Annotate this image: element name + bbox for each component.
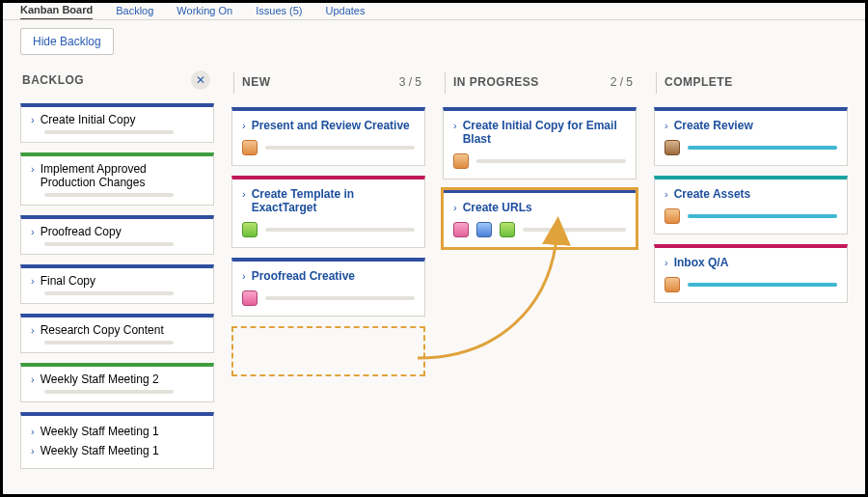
close-icon: ✕: [196, 73, 205, 87]
chevron-right-icon: ›: [453, 119, 457, 132]
kanban-card[interactable]: ›Present and Review Creative: [231, 107, 425, 166]
avatar: [242, 290, 258, 306]
chevron-right-icon: ›: [242, 269, 246, 283]
column-complete: COMPLETE ›Create Review ›Create Assets ›…: [654, 69, 848, 469]
kanban-card[interactable]: ›Create Review: [654, 107, 848, 166]
chevron-right-icon: ›: [665, 119, 668, 132]
progress-bar: [523, 228, 626, 232]
card-title: Create Review: [674, 119, 753, 132]
card-title: Weekly Staff Meeting 1: [41, 444, 159, 457]
chevron-right-icon: ›: [31, 225, 35, 238]
kanban-board: BACKLOG ✕ ›Create Initial Copy ›Implemen…: [3, 69, 865, 469]
progress-bar: [688, 214, 837, 218]
avatar: [500, 222, 515, 237]
kanban-card[interactable]: ›Create Initial Copy for Email Blast: [443, 107, 637, 179]
column-title-backlog: BACKLOG: [22, 73, 84, 87]
card-title: Weekly Staff Meeting 2: [41, 373, 159, 386]
card-title: Final Copy: [41, 274, 95, 288]
card-title: Implement Approved Production Changes: [41, 162, 203, 189]
progress-bar: [265, 228, 415, 232]
card-title: Create Initial Copy: [41, 113, 136, 126]
backlog-card[interactable]: ›Proofread Copy: [20, 215, 214, 255]
chevron-right-icon: ›: [31, 444, 35, 457]
backlog-card[interactable]: ›Final Copy: [20, 264, 214, 304]
tab-backlog[interactable]: Backlog: [116, 5, 153, 19]
avatar: [476, 222, 492, 237]
avatar: [665, 140, 680, 155]
kanban-card[interactable]: ›Create Template in ExactTarget: [231, 176, 425, 248]
column-new: NEW 3 / 5 ›Present and Review Creative ›…: [231, 69, 425, 469]
progress-bar: [44, 390, 174, 394]
column-count-new: 3 / 5: [399, 75, 421, 89]
card-title: Inbox Q/A: [674, 256, 729, 269]
card-title: Proofread Creative: [252, 269, 355, 283]
progress-bar: [44, 193, 174, 197]
tab-issues[interactable]: Issues (5): [256, 5, 302, 19]
chevron-right-icon: ›: [665, 187, 668, 201]
close-backlog-button[interactable]: ✕: [191, 70, 210, 90]
chevron-right-icon: ›: [242, 119, 246, 132]
column-title-new: NEW: [242, 75, 271, 89]
column-title-complete: COMPLETE: [665, 75, 733, 89]
new-cards: ›Present and Review Creative ›Create Tem…: [231, 107, 425, 376]
chevron-right-icon: ›: [453, 201, 457, 214]
progress-bar: [44, 291, 174, 295]
progress-bar: [265, 146, 415, 150]
card-title: Create Initial Copy for Email Blast: [463, 119, 626, 146]
tab-bar: Kanban Board Backlog Working On Issues (…: [3, 3, 865, 20]
card-title: Weekly Staff Meeting 1: [41, 425, 159, 438]
kanban-card[interactable]: ›Proofread Creative: [231, 258, 425, 317]
column-title-in-progress: IN PROGRESS: [453, 75, 539, 89]
in-progress-cards: ›Create Initial Copy for Email Blast ›Cr…: [443, 107, 637, 248]
chevron-right-icon: ›: [242, 187, 246, 201]
backlog-cards: ›Create Initial Copy ›Implement Approved…: [20, 103, 214, 469]
kanban-card[interactable]: ›Inbox Q/A: [654, 244, 848, 303]
card-drop-zone[interactable]: [231, 326, 425, 376]
avatar: [453, 153, 469, 169]
column-in-progress: IN PROGRESS 2 / 5 ›Create Initial Copy f…: [443, 69, 637, 469]
card-title: Create Template in ExactTarget: [252, 187, 415, 214]
card-title: Create Assets: [674, 187, 751, 201]
tab-updates[interactable]: Updates: [326, 5, 366, 19]
card-title: Proofread Copy: [41, 225, 122, 238]
progress-bar: [688, 146, 837, 150]
avatar: [665, 277, 680, 292]
progress-bar: [44, 130, 174, 134]
kanban-card[interactable]: ›Create Assets: [654, 176, 848, 235]
toolbar: Hide Backlog: [3, 20, 865, 69]
progress-bar: [476, 159, 626, 163]
hide-backlog-button[interactable]: Hide Backlog: [20, 28, 114, 55]
progress-bar: [44, 242, 174, 246]
progress-bar: [688, 283, 837, 287]
progress-bar: [44, 341, 174, 345]
chevron-right-icon: ›: [31, 162, 35, 176]
card-title: Research Copy Content: [41, 323, 164, 337]
avatar: [453, 222, 469, 237]
card-title: Create URLs: [463, 201, 532, 214]
avatar: [665, 208, 680, 224]
backlog-card-stacked[interactable]: ›Weekly Staff Meeting 1 ›Weekly Staff Me…: [20, 412, 214, 469]
card-title: Present and Review Creative: [252, 119, 410, 132]
column-backlog: BACKLOG ✕ ›Create Initial Copy ›Implemen…: [20, 69, 214, 469]
backlog-card[interactable]: ›Weekly Staff Meeting 2: [20, 363, 214, 402]
backlog-card[interactable]: ›Implement Approved Production Changes: [20, 152, 214, 206]
complete-cards: ›Create Review ›Create Assets ›Inbox Q/A: [654, 107, 848, 303]
tab-working-on[interactable]: Working On: [176, 5, 232, 19]
tab-kanban-board[interactable]: Kanban Board: [20, 4, 93, 20]
chevron-right-icon: ›: [31, 274, 35, 288]
column-count-in-progress: 2 / 5: [610, 75, 633, 89]
backlog-card[interactable]: ›Create Initial Copy: [20, 103, 214, 143]
chevron-right-icon: ›: [31, 425, 35, 438]
progress-bar: [265, 296, 415, 300]
avatar: [242, 222, 258, 237]
chevron-right-icon: ›: [665, 256, 668, 269]
avatar: [242, 140, 258, 155]
backlog-card[interactable]: ›Research Copy Content: [20, 314, 214, 353]
chevron-right-icon: ›: [31, 113, 35, 126]
kanban-card-selected[interactable]: ›Create URLs: [443, 189, 637, 248]
chevron-right-icon: ›: [31, 323, 35, 337]
chevron-right-icon: ›: [31, 373, 35, 386]
